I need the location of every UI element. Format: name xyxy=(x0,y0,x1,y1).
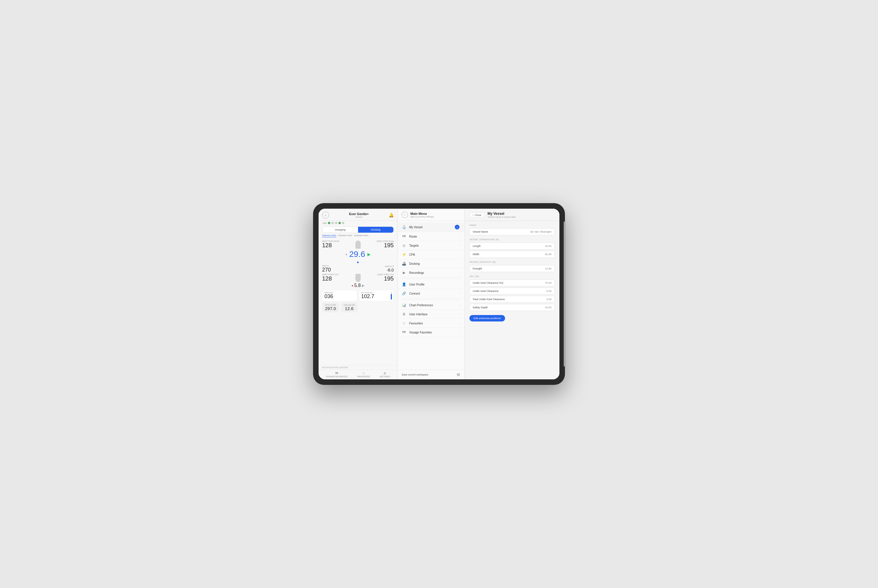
port-stern-section: DEEP PORT STN 128 xyxy=(322,273,338,281)
save-workspace-button[interactable]: Save current workspace xyxy=(402,373,428,376)
total-ukc-value: 3.00 xyxy=(546,298,552,301)
menu-item-cpa[interactable]: ⚡ CPA › xyxy=(398,250,464,259)
top-depth-row: DEEP PORT BOW 128 DEEP STBD BOW 195 xyxy=(322,240,394,249)
menu-item-my-vessel[interactable]: ⚓ My Vessel 1 › xyxy=(398,222,464,232)
bottom-value: 102.7 xyxy=(361,294,392,300)
width-field-value: 82.80 xyxy=(545,253,552,256)
tablet: ‹ Ever Gentle+ Vessel 🔔 ABS Voyaging Doc… xyxy=(313,203,565,385)
menu-item-route[interactable]: 🗺 Route › xyxy=(398,232,464,241)
rpm-box: RPM AHE 036 xyxy=(322,290,357,301)
ukc-percent-label: Under Keel Clearance (%) xyxy=(473,281,503,284)
status-bar: ABS xyxy=(318,220,397,225)
fav-icon: ☆ xyxy=(362,372,365,375)
sog-value: 12.6 xyxy=(344,306,355,311)
settings-nav[interactable]: ⚙ SETTINGS xyxy=(380,372,390,378)
menu-item-recordings[interactable]: ▶ Recordings › xyxy=(398,268,464,278)
length-field-label: Length xyxy=(473,244,481,248)
bell-icon[interactable]: 🔔 xyxy=(389,213,394,218)
vessel-info: Ever Gentle+ Vessel xyxy=(329,212,389,218)
menu-subtitle: App & journey settings xyxy=(410,215,434,218)
favourites-nav[interactable]: ☆ FAVOURITES xyxy=(357,372,370,378)
cog-label: COG (T) AIR xyxy=(325,304,336,306)
status-dot-5 xyxy=(342,222,344,224)
menu-footer: Save current workspace ⚙ xyxy=(398,370,464,380)
my-vessel-label: My Vessel xyxy=(409,226,455,229)
menu-item-chart-prefs[interactable]: 📊 Chart Preferences › xyxy=(398,301,464,310)
ukc-field[interactable]: Under Keel Clearance 5.00 xyxy=(470,288,555,295)
heading-label: HDG H xyxy=(322,265,331,267)
ui-icon: 🖥 xyxy=(402,312,406,316)
length-field-value: 19.50 xyxy=(545,244,552,248)
edit-antennae-button[interactable]: Edit antennae positions xyxy=(470,315,505,321)
fav-label: FAVOURITES xyxy=(357,375,370,378)
cpa-icon: ⚡ xyxy=(402,252,406,256)
sub-item-3[interactable]: Submenu Item xyxy=(354,234,369,237)
docking-label: Docking xyxy=(409,262,459,266)
docking-icon: 🚢 xyxy=(402,261,406,266)
close-chevron-icon: ‹ xyxy=(473,214,473,216)
heading-row: HDG H 270 ANGLE S -8.0 xyxy=(322,265,394,273)
length-field[interactable]: Length 19.50 xyxy=(470,243,555,250)
status-dot-1 xyxy=(328,222,330,224)
menu-item-voyage-favorites[interactable]: 🗺 Voyage Favorites › xyxy=(398,328,464,337)
my-vessel-badge: 1 xyxy=(455,225,459,230)
back-button[interactable]: ‹ xyxy=(322,212,329,219)
vessel-name-field-label: Vessel Name xyxy=(473,230,488,233)
menu-item-user-interface[interactable]: 🖥 User Interface › xyxy=(398,310,464,319)
voyage-fav-icon: 🗺 xyxy=(335,372,338,375)
menu-item-connect[interactable]: 🔗 Connect › xyxy=(398,289,464,298)
menu-back-button[interactable]: ‹ xyxy=(402,212,408,218)
footer-settings-icon[interactable]: ⚙ xyxy=(456,372,460,377)
menu-item-targets[interactable]: ◎ Targets › xyxy=(398,241,464,250)
safety-depth-label: Safety Depth xyxy=(473,306,488,309)
voyaging-button[interactable]: Voyaging xyxy=(323,227,358,232)
ukc-label: Under Keel Clearance xyxy=(473,290,498,292)
port-bow-section: DEEP PORT BOW 128 xyxy=(322,240,339,248)
ukc-percent-field[interactable]: Under Keel Clearance (%) 75.00 xyxy=(470,279,555,286)
draught-field[interactable]: Draught 12.86 xyxy=(470,265,555,272)
blue-bar-fill xyxy=(391,294,392,300)
voyage-favorites-label: Voyage Favorites xyxy=(409,331,459,334)
center-speed-row: ◂ 29.6 ▶ xyxy=(322,250,394,259)
ukc-percent-value: 75.00 xyxy=(545,281,552,284)
safety-depth-field[interactable]: Safety Depth 24.00 xyxy=(470,304,555,311)
side-speed-value: 5.8 xyxy=(354,283,361,288)
vessel-name-field[interactable]: Vessel Name De Van Vlissingen xyxy=(470,228,555,235)
sog-box: SOG (M) AIR 12.6 xyxy=(341,303,358,312)
side-speed-row: ◂ 5.8 ▶ xyxy=(322,283,394,288)
up-arrow-row: ▲ xyxy=(322,259,394,264)
right-panel: ‹ Close My Vessel Transit setup & vessel… xyxy=(465,208,560,380)
stbd-stern-section: DEEP STBD STN 195 xyxy=(378,273,394,281)
stbd-bow-value: 195 xyxy=(377,242,394,248)
bottom-box: BOTTOM INC 102.7 xyxy=(359,290,394,301)
menu-title-block: Main Menu App & journey settings xyxy=(410,212,434,218)
sub-item-active[interactable]: Submenu Item xyxy=(322,234,336,237)
chevron-right-icon-6: › xyxy=(459,271,460,274)
draught-field-value: 12.86 xyxy=(545,267,552,270)
heading-value: 270 xyxy=(322,267,331,273)
chevron-right-icon-7: › xyxy=(459,283,460,286)
voyage-favourites-nav[interactable]: 🗺 VOYAGE FAVOURITES xyxy=(326,372,348,378)
menu-item-favourites[interactable]: ☆ Favourites › xyxy=(398,319,464,328)
blue-bar xyxy=(391,292,392,300)
width-field[interactable]: Width 82.80 xyxy=(470,251,555,258)
voyage-fav-menu-icon: 🗺 xyxy=(402,330,406,334)
vessel-header: ‹ Ever Gentle+ Vessel 🔔 xyxy=(318,208,397,220)
favourites-label: Favourites xyxy=(409,322,459,325)
vessel-form: NAME Vessel Name De Van Vlissingen VESSE… xyxy=(465,221,560,380)
menu-item-docking[interactable]: 🚢 Docking › xyxy=(398,259,464,268)
menu-list: ⚓ My Vessel 1 › 🗺 Route › ◎ Targets › ⚡ xyxy=(398,220,464,370)
docking-button[interactable]: Docking xyxy=(358,227,394,232)
vessel-top-icon xyxy=(352,240,364,249)
menu-item-user-profile[interactable]: 👤 User Profile › xyxy=(398,280,464,289)
notification-center: NOTIFICATION CENTER xyxy=(318,365,397,370)
chevron-right-icon-10: › xyxy=(459,313,460,316)
port-stern-value: 128 xyxy=(322,276,338,281)
chevron-right-icon: › xyxy=(459,226,460,228)
sub-menu: Submenu Item Submenu Item Submenu Item xyxy=(318,234,397,238)
targets-label: Targets xyxy=(409,244,459,247)
sub-item-2[interactable]: Submenu Item xyxy=(338,234,353,237)
vessel-subtitle: Vessel xyxy=(329,216,389,218)
close-button[interactable]: ‹ Close xyxy=(470,213,485,218)
total-ukc-field[interactable]: Total Under Keel Clearance 3.00 xyxy=(470,296,555,303)
